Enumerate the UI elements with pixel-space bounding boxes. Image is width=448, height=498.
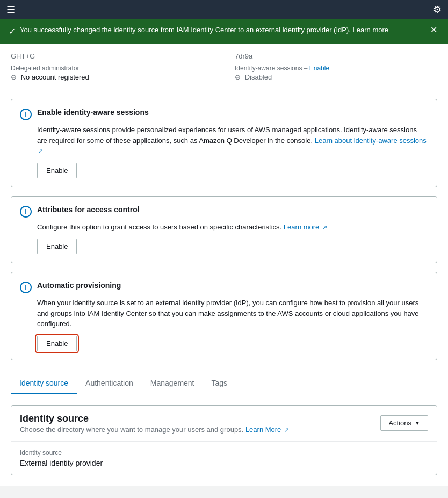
card2-title: Attributes for access control [37,205,140,214]
banner-learn-more-link[interactable]: Learn more [353,26,388,34]
tab-authentication[interactable]: Authentication [77,373,142,394]
identity-aware-value: ⊖ Disabled [235,73,437,81]
identity-source-panel: Identity source Choose the directory whe… [11,405,437,475]
identity-source-panel-content: Identity source External identity provid… [11,442,437,475]
delegated-admin-label: Delegated administrator [11,64,213,72]
card2-enable-button[interactable]: Enable [37,239,77,254]
arn-item: GHT+G [11,52,213,60]
info-row-bottom: Delegated administrator ⊖ No account reg… [11,62,437,83]
banner-message-text: You successfully changed the identity so… [20,26,351,34]
card1-enable-button[interactable]: Enable [37,163,77,178]
identity-aware-label: Identity-aware sessions – Enable [235,64,437,72]
identity-aware-label-text: Identity-aware sessions [235,64,302,72]
disabled-icon: ⊖ [235,73,241,81]
learn-more-text: Learn More [245,425,281,434]
disabled-text: Disabled [245,73,272,81]
identity-source-panel-header: Identity source Choose the directory whe… [11,406,437,442]
tab-management[interactable]: Management [142,373,203,394]
identity-aware-sessions-card: i Enable identity-aware sessions Identit… [11,99,437,187]
main-content: GHT+G 7dr9a Delegated administrator ⊖ No… [0,44,448,486]
automatic-provisioning-card: i Automatic provisioning When your ident… [11,272,437,360]
top-navigation-bar: ☰ ⚙ [0,0,448,19]
actions-dropdown-arrow: ▼ [415,420,420,426]
session-truncated-value: 7dr9a [235,52,437,60]
attributes-access-control-card: i Attributes for access control Configur… [11,196,437,264]
card2-body: Configure this option to grant access to… [20,222,428,233]
card2-header: i Attributes for access control [20,205,428,218]
delegated-admin-item: Delegated administrator ⊖ No account reg… [11,64,213,81]
tab-authentication-label: Authentication [85,379,133,387]
card2-info-icon: i [20,206,32,218]
identity-source-field-value: External identity provider [20,459,428,467]
delegated-admin-value: ⊖ No account registered [11,73,213,81]
card3-enable-button[interactable]: Enable [37,336,77,351]
learn-more-external-icon: ↗ [284,427,289,433]
actions-label: Actions [388,419,411,427]
identity-aware-item: Identity-aware sessions – Enable ⊖ Disab… [235,64,437,81]
hamburger-icon[interactable]: ☰ [6,4,15,16]
top-bar-right: ⚙ [433,4,442,16]
card3-info-icon: i [20,282,32,293]
tab-identity-source-label: Identity source [19,379,68,387]
identity-source-panel-header-left: Identity source Choose the directory whe… [20,413,289,434]
identity-source-panel-desc: Choose the directory where you want to m… [20,425,289,434]
card1-title: Enable identity-aware sessions [37,108,149,117]
identity-source-desc-text: Choose the directory where you want to m… [20,425,243,434]
identity-aware-enable-link[interactable]: Enable [309,64,329,72]
identity-source-panel-title: Identity source [20,413,289,424]
info-row-top: GHT+G 7dr9a [11,50,437,62]
card3-header: i Automatic provisioning [20,281,428,293]
card2-body-text: Configure this option to grant access to… [37,223,281,231]
card1-header: i Enable identity-aware sessions [20,108,428,120]
tab-management-label: Management [150,379,194,387]
identity-source-learn-more-link[interactable]: Learn More ↗ [245,425,289,434]
card1-link-text: Learn about identity-aware sessions [315,136,427,145]
card2-link-text: Learn more [284,223,319,231]
top-bar-left: ☰ [6,4,15,16]
no-account-text: No account registered [21,73,89,81]
card3-body-text: When your identity source is set to an e… [37,299,419,328]
card2-learn-more-link[interactable]: Learn more ↗ [284,223,327,231]
success-message: You successfully changed the identity so… [20,25,424,35]
tabs-container: Identity source Authentication Managemen… [11,373,437,394]
success-banner: ✓ You successfully changed the identity … [0,19,448,44]
info-section: GHT+G 7dr9a Delegated administrator ⊖ No… [11,44,437,90]
arn-truncated-value: GHT+G [11,52,213,60]
tab-identity-source[interactable]: Identity source [11,373,77,394]
card1-info-icon: i [20,109,32,120]
tab-tags[interactable]: Tags [203,373,236,394]
tab-tags-label: Tags [212,379,228,387]
banner-close-button[interactable]: ✕ [428,25,439,35]
success-check-icon: ✓ [9,25,16,38]
card1-body: Identity-aware sessions provide personal… [20,125,428,156]
tabs: Identity source Authentication Managemen… [11,373,437,394]
session-top-item: 7dr9a [235,52,437,60]
identity-source-field-label: Identity source [20,449,428,457]
success-banner-content: ✓ You successfully changed the identity … [9,25,424,38]
card2-external-icon: ↗ [322,224,327,230]
no-account-icon: ⊖ [11,73,17,81]
card3-title: Automatic provisioning [37,281,121,290]
actions-button[interactable]: Actions ▼ [380,415,428,431]
settings-icon[interactable]: ⚙ [433,4,442,15]
card1-external-icon: ↗ [38,148,43,154]
card3-body: When your identity source is set to an e… [20,298,428,329]
